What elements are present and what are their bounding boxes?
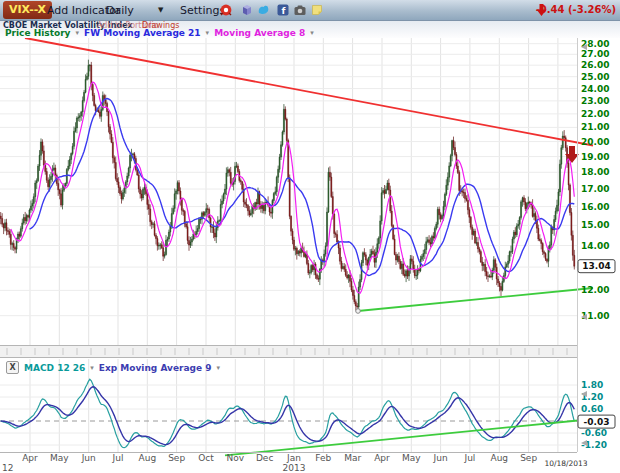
svg-text:12: 12 bbox=[2, 463, 13, 473]
chevron-down-icon[interactable]: ▾ bbox=[90, 364, 94, 372]
svg-text:16.00: 16.00 bbox=[581, 202, 609, 212]
chevron-down-icon[interactable]: ▾ bbox=[75, 29, 79, 37]
note-icon[interactable] bbox=[310, 3, 324, 17]
svg-text:Dec: Dec bbox=[256, 453, 273, 463]
svg-text:-0.03: -0.03 bbox=[584, 417, 610, 427]
svg-text:18.00: 18.00 bbox=[581, 167, 609, 177]
svg-text:13.04: 13.04 bbox=[582, 261, 610, 271]
svg-text:Apr: Apr bbox=[22, 453, 38, 463]
svg-text:Jul: Jul bbox=[112, 453, 124, 463]
svg-text:22.00: 22.00 bbox=[581, 109, 609, 119]
svg-text:12.00: 12.00 bbox=[581, 285, 609, 295]
alarm-icon[interactable] bbox=[219, 3, 233, 17]
svg-text:May: May bbox=[402, 453, 421, 463]
period-dropdown[interactable]: Daily bbox=[106, 4, 134, 17]
svg-text:f: f bbox=[281, 6, 285, 16]
candles bbox=[0, 60, 575, 311]
chevron-down-icon[interactable]: ▾ bbox=[206, 29, 210, 37]
svg-text:2013: 2013 bbox=[283, 463, 306, 473]
scrollbar-notches bbox=[7, 348, 567, 355]
svg-text:Jun: Jun bbox=[433, 453, 448, 463]
legend-ma8[interactable]: Moving Average 8 bbox=[214, 28, 305, 38]
x-axis: AprMayJunJulAugSepOctNovDecJanFebMarAprM… bbox=[2, 453, 588, 473]
svg-text:Jan: Jan bbox=[286, 453, 301, 463]
price-legend: Price History ▾ FW Moving Average 21 ▾ M… bbox=[5, 28, 314, 38]
twitter-icon[interactable] bbox=[257, 3, 271, 17]
chart-svg: 28.0027.0026.0025.0024.0023.0022.0021.00… bbox=[0, 0, 620, 473]
svg-text:Sep: Sep bbox=[168, 453, 185, 463]
svg-text:May: May bbox=[50, 453, 69, 463]
price-change: -0.44 (-3.26%) bbox=[536, 4, 616, 15]
macd-value-badge: -0.03 bbox=[578, 415, 615, 428]
svg-text:20.00: 20.00 bbox=[581, 137, 609, 147]
svg-text:Aug: Aug bbox=[490, 453, 508, 463]
macd-legend: X MACD 12 26 ▾ Exp Moving Average 9 ▾ bbox=[6, 361, 220, 374]
svg-text:21.00: 21.00 bbox=[581, 122, 609, 132]
svg-text:24.00: 24.00 bbox=[581, 84, 609, 94]
svg-text:15.00: 15.00 bbox=[581, 220, 609, 230]
toolbar: VIX--X Add Indicator Daily ▼ Settings f … bbox=[0, 0, 620, 21]
svg-text:Jun: Jun bbox=[81, 453, 96, 463]
svg-text:17.00: 17.00 bbox=[581, 184, 609, 194]
legend-macd[interactable]: MACD 12 26 bbox=[24, 363, 85, 373]
gridlines bbox=[0, 38, 577, 452]
svg-text:0.60: 0.60 bbox=[581, 404, 603, 414]
svg-text:-0.60: -0.60 bbox=[581, 428, 607, 438]
svg-text:14.00: 14.00 bbox=[581, 241, 609, 251]
chevron-down-icon[interactable]: ▾ bbox=[310, 29, 314, 37]
svg-text:Sep: Sep bbox=[520, 453, 537, 463]
svg-text:Jul: Jul bbox=[464, 453, 476, 463]
symbol-button[interactable]: VIX--X bbox=[3, 1, 52, 19]
chevron-down-icon[interactable]: ▾ bbox=[217, 364, 221, 372]
svg-text:Mar: Mar bbox=[344, 453, 361, 463]
svg-text:Feb: Feb bbox=[315, 453, 331, 463]
facebook-icon[interactable]: f bbox=[276, 3, 290, 17]
horizontal-scrollbar[interactable] bbox=[0, 346, 577, 357]
macd-line bbox=[1, 379, 575, 447]
svg-text:25.00: 25.00 bbox=[581, 72, 609, 82]
trendline-handle[interactable] bbox=[356, 309, 361, 314]
svg-text:1.80: 1.80 bbox=[581, 380, 603, 390]
camera-icon[interactable] bbox=[293, 3, 307, 17]
svg-text:Aug: Aug bbox=[139, 453, 157, 463]
svg-text:Nov: Nov bbox=[227, 453, 245, 463]
svg-text:19.00: 19.00 bbox=[581, 152, 609, 162]
svg-text:Oct: Oct bbox=[198, 453, 214, 463]
change-value: -0.44 (-3.26%) bbox=[536, 4, 616, 15]
svg-text:27.00: 27.00 bbox=[581, 49, 609, 59]
svg-text:Apr: Apr bbox=[374, 453, 390, 463]
period-dropdown-arrow-icon[interactable]: ▼ bbox=[158, 6, 163, 14]
macd-trendline[interactable] bbox=[225, 420, 583, 455]
legend-macd-signal[interactable]: Exp Moving Average 9 bbox=[99, 363, 212, 373]
svg-text:10/18/2013: 10/18/2013 bbox=[544, 459, 587, 468]
last-price-badge: 13.04 bbox=[578, 260, 615, 273]
macd-signal-line bbox=[1, 387, 575, 445]
legend-price-history[interactable]: Price History bbox=[5, 28, 70, 38]
cube-icon[interactable] bbox=[240, 3, 254, 17]
price-axis[interactable]: 28.0027.0026.0025.0024.0023.0022.0021.00… bbox=[581, 39, 609, 321]
svg-text:23.00: 23.00 bbox=[581, 96, 609, 106]
chart-window: 28.0027.0026.0025.0024.0023.0022.0021.00… bbox=[0, 0, 620, 473]
svg-text:26.00: 26.00 bbox=[581, 60, 609, 70]
down-arrow-icon bbox=[536, 4, 547, 16]
close-icon[interactable]: X bbox=[6, 361, 19, 374]
legend-ma21[interactable]: FW Moving Average 21 bbox=[84, 28, 201, 38]
